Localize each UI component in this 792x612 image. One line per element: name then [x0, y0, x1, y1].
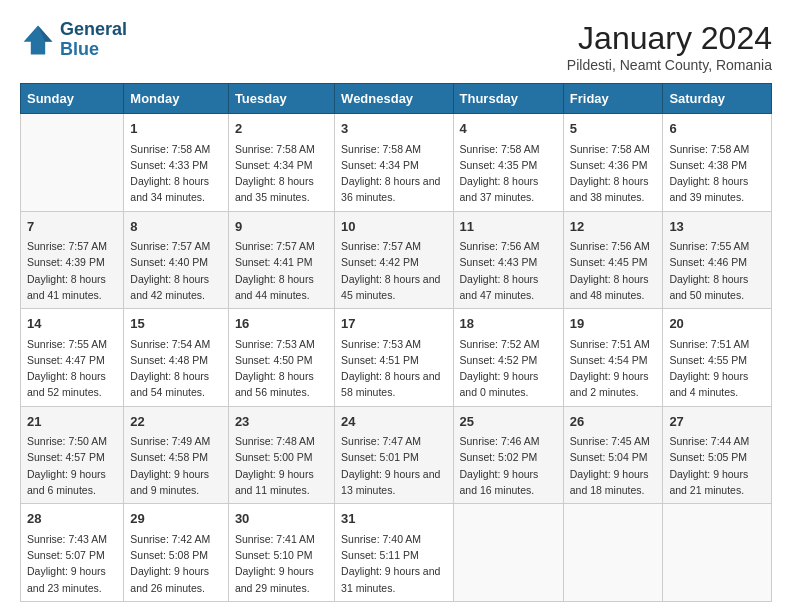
- calendar-subtitle: Pildesti, Neamt County, Romania: [567, 57, 772, 73]
- day-number: 22: [130, 412, 222, 432]
- day-info: Sunrise: 7:53 AMSunset: 4:51 PMDaylight:…: [341, 336, 446, 401]
- calendar-cell: 10Sunrise: 7:57 AMSunset: 4:42 PMDayligh…: [335, 211, 453, 309]
- day-info: Sunrise: 7:57 AMSunset: 4:41 PMDaylight:…: [235, 238, 328, 303]
- day-info: Sunrise: 7:58 AMSunset: 4:34 PMDaylight:…: [341, 141, 446, 206]
- header-day: Thursday: [453, 84, 563, 114]
- calendar-cell: 17Sunrise: 7:53 AMSunset: 4:51 PMDayligh…: [335, 309, 453, 407]
- day-info: Sunrise: 7:51 AMSunset: 4:54 PMDaylight:…: [570, 336, 657, 401]
- day-info: Sunrise: 7:41 AMSunset: 5:10 PMDaylight:…: [235, 531, 328, 596]
- day-info: Sunrise: 7:43 AMSunset: 5:07 PMDaylight:…: [27, 531, 117, 596]
- calendar-cell: 11Sunrise: 7:56 AMSunset: 4:43 PMDayligh…: [453, 211, 563, 309]
- day-number: 2: [235, 119, 328, 139]
- calendar-cell: 24Sunrise: 7:47 AMSunset: 5:01 PMDayligh…: [335, 406, 453, 504]
- calendar-cell: 28Sunrise: 7:43 AMSunset: 5:07 PMDayligh…: [21, 504, 124, 602]
- day-number: 24: [341, 412, 446, 432]
- header-day: Tuesday: [228, 84, 334, 114]
- day-info: Sunrise: 7:49 AMSunset: 4:58 PMDaylight:…: [130, 433, 222, 498]
- day-number: 15: [130, 314, 222, 334]
- calendar-cell: 14Sunrise: 7:55 AMSunset: 4:47 PMDayligh…: [21, 309, 124, 407]
- day-info: Sunrise: 7:53 AMSunset: 4:50 PMDaylight:…: [235, 336, 328, 401]
- calendar-cell: 3Sunrise: 7:58 AMSunset: 4:34 PMDaylight…: [335, 114, 453, 212]
- calendar-cell: [663, 504, 772, 602]
- day-number: 14: [27, 314, 117, 334]
- calendar-cell: 15Sunrise: 7:54 AMSunset: 4:48 PMDayligh…: [124, 309, 229, 407]
- logo: General Blue: [20, 20, 127, 60]
- calendar-cell: 5Sunrise: 7:58 AMSunset: 4:36 PMDaylight…: [563, 114, 663, 212]
- day-info: Sunrise: 7:58 AMSunset: 4:36 PMDaylight:…: [570, 141, 657, 206]
- day-info: Sunrise: 7:58 AMSunset: 4:38 PMDaylight:…: [669, 141, 765, 206]
- day-info: Sunrise: 7:44 AMSunset: 5:05 PMDaylight:…: [669, 433, 765, 498]
- day-number: 17: [341, 314, 446, 334]
- calendar-cell: 8Sunrise: 7:57 AMSunset: 4:40 PMDaylight…: [124, 211, 229, 309]
- day-number: 23: [235, 412, 328, 432]
- day-number: 1: [130, 119, 222, 139]
- day-number: 30: [235, 509, 328, 529]
- day-info: Sunrise: 7:58 AMSunset: 4:33 PMDaylight:…: [130, 141, 222, 206]
- day-info: Sunrise: 7:47 AMSunset: 5:01 PMDaylight:…: [341, 433, 446, 498]
- day-info: Sunrise: 7:56 AMSunset: 4:43 PMDaylight:…: [460, 238, 557, 303]
- calendar-cell: 7Sunrise: 7:57 AMSunset: 4:39 PMDaylight…: [21, 211, 124, 309]
- day-info: Sunrise: 7:56 AMSunset: 4:45 PMDaylight:…: [570, 238, 657, 303]
- day-info: Sunrise: 7:55 AMSunset: 4:47 PMDaylight:…: [27, 336, 117, 401]
- day-number: 5: [570, 119, 657, 139]
- calendar-cell: 9Sunrise: 7:57 AMSunset: 4:41 PMDaylight…: [228, 211, 334, 309]
- calendar-cell: 12Sunrise: 7:56 AMSunset: 4:45 PMDayligh…: [563, 211, 663, 309]
- day-number: 3: [341, 119, 446, 139]
- calendar-cell: 21Sunrise: 7:50 AMSunset: 4:57 PMDayligh…: [21, 406, 124, 504]
- title-block: January 2024 Pildesti, Neamt County, Rom…: [567, 20, 772, 73]
- page-header: General Blue January 2024 Pildesti, Neam…: [20, 20, 772, 73]
- day-number: 26: [570, 412, 657, 432]
- day-number: 9: [235, 217, 328, 237]
- logo-line1: General: [60, 20, 127, 40]
- calendar-week-row: 7Sunrise: 7:57 AMSunset: 4:39 PMDaylight…: [21, 211, 772, 309]
- day-info: Sunrise: 7:48 AMSunset: 5:00 PMDaylight:…: [235, 433, 328, 498]
- calendar-week-row: 1Sunrise: 7:58 AMSunset: 4:33 PMDaylight…: [21, 114, 772, 212]
- calendar-week-row: 21Sunrise: 7:50 AMSunset: 4:57 PMDayligh…: [21, 406, 772, 504]
- day-number: 11: [460, 217, 557, 237]
- day-number: 18: [460, 314, 557, 334]
- day-info: Sunrise: 7:57 AMSunset: 4:42 PMDaylight:…: [341, 238, 446, 303]
- calendar-table: SundayMondayTuesdayWednesdayThursdayFrid…: [20, 83, 772, 602]
- day-number: 16: [235, 314, 328, 334]
- calendar-cell: [563, 504, 663, 602]
- calendar-cell: 2Sunrise: 7:58 AMSunset: 4:34 PMDaylight…: [228, 114, 334, 212]
- calendar-cell: 30Sunrise: 7:41 AMSunset: 5:10 PMDayligh…: [228, 504, 334, 602]
- day-info: Sunrise: 7:51 AMSunset: 4:55 PMDaylight:…: [669, 336, 765, 401]
- calendar-cell: 13Sunrise: 7:55 AMSunset: 4:46 PMDayligh…: [663, 211, 772, 309]
- day-number: 31: [341, 509, 446, 529]
- calendar-cell: 4Sunrise: 7:58 AMSunset: 4:35 PMDaylight…: [453, 114, 563, 212]
- calendar-cell: 20Sunrise: 7:51 AMSunset: 4:55 PMDayligh…: [663, 309, 772, 407]
- calendar-cell: 27Sunrise: 7:44 AMSunset: 5:05 PMDayligh…: [663, 406, 772, 504]
- logo-icon: [20, 22, 56, 58]
- day-number: 12: [570, 217, 657, 237]
- header-row: SundayMondayTuesdayWednesdayThursdayFrid…: [21, 84, 772, 114]
- day-info: Sunrise: 7:54 AMSunset: 4:48 PMDaylight:…: [130, 336, 222, 401]
- calendar-cell: 19Sunrise: 7:51 AMSunset: 4:54 PMDayligh…: [563, 309, 663, 407]
- calendar-cell: 22Sunrise: 7:49 AMSunset: 4:58 PMDayligh…: [124, 406, 229, 504]
- day-info: Sunrise: 7:40 AMSunset: 5:11 PMDaylight:…: [341, 531, 446, 596]
- day-info: Sunrise: 7:50 AMSunset: 4:57 PMDaylight:…: [27, 433, 117, 498]
- calendar-cell: 31Sunrise: 7:40 AMSunset: 5:11 PMDayligh…: [335, 504, 453, 602]
- header-day: Saturday: [663, 84, 772, 114]
- calendar-cell: 1Sunrise: 7:58 AMSunset: 4:33 PMDaylight…: [124, 114, 229, 212]
- day-info: Sunrise: 7:52 AMSunset: 4:52 PMDaylight:…: [460, 336, 557, 401]
- day-number: 7: [27, 217, 117, 237]
- calendar-cell: 25Sunrise: 7:46 AMSunset: 5:02 PMDayligh…: [453, 406, 563, 504]
- day-info: Sunrise: 7:55 AMSunset: 4:46 PMDaylight:…: [669, 238, 765, 303]
- day-number: 27: [669, 412, 765, 432]
- day-number: 21: [27, 412, 117, 432]
- calendar-cell: 29Sunrise: 7:42 AMSunset: 5:08 PMDayligh…: [124, 504, 229, 602]
- logo-line2: Blue: [60, 40, 127, 60]
- day-number: 28: [27, 509, 117, 529]
- day-info: Sunrise: 7:58 AMSunset: 4:35 PMDaylight:…: [460, 141, 557, 206]
- calendar-cell: 26Sunrise: 7:45 AMSunset: 5:04 PMDayligh…: [563, 406, 663, 504]
- day-info: Sunrise: 7:46 AMSunset: 5:02 PMDaylight:…: [460, 433, 557, 498]
- header-day: Friday: [563, 84, 663, 114]
- calendar-week-row: 14Sunrise: 7:55 AMSunset: 4:47 PMDayligh…: [21, 309, 772, 407]
- calendar-cell: 23Sunrise: 7:48 AMSunset: 5:00 PMDayligh…: [228, 406, 334, 504]
- day-number: 4: [460, 119, 557, 139]
- day-number: 13: [669, 217, 765, 237]
- calendar-title: January 2024: [567, 20, 772, 57]
- calendar-cell: 16Sunrise: 7:53 AMSunset: 4:50 PMDayligh…: [228, 309, 334, 407]
- day-number: 25: [460, 412, 557, 432]
